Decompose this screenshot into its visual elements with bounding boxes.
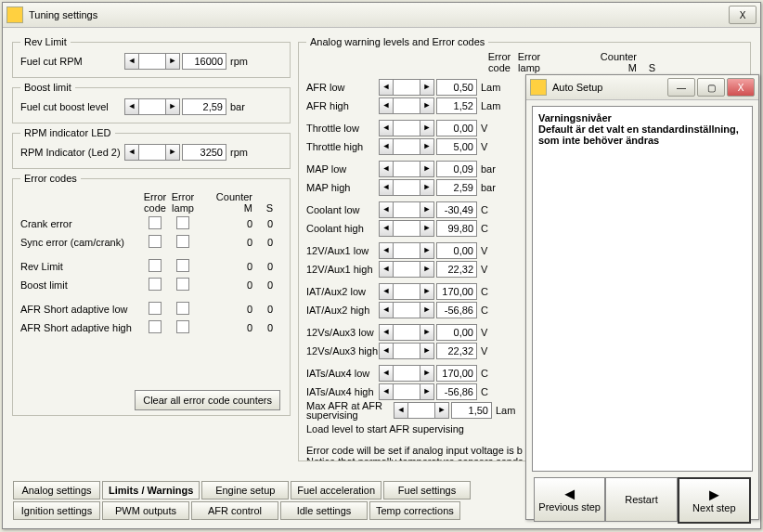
clear-error-codes-button[interactable]: Clear all error code counters bbox=[135, 390, 280, 410]
analog-value[interactable]: -56,86 bbox=[436, 302, 477, 318]
arrow-right-icon[interactable]: ► bbox=[420, 383, 434, 400]
error-code-checkbox[interactable] bbox=[149, 302, 162, 315]
arrow-right-icon[interactable]: ► bbox=[420, 302, 434, 318]
close-button[interactable]: X bbox=[729, 6, 757, 24]
arrow-left-icon[interactable]: ◄ bbox=[379, 161, 394, 177]
rpm-indicator-value[interactable]: 3250 bbox=[182, 144, 226, 161]
arrow-right-icon[interactable]: ► bbox=[420, 120, 434, 136]
arrow-left-icon[interactable]: ◄ bbox=[379, 343, 394, 359]
tab-fuel-settings[interactable]: Fuel settings bbox=[383, 481, 471, 500]
analog-spinner[interactable]: ◄► bbox=[379, 220, 434, 237]
arrow-left-icon[interactable]: ◄ bbox=[379, 283, 394, 300]
arrow-right-icon[interactable]: ► bbox=[420, 343, 434, 359]
arrow-right-icon[interactable]: ► bbox=[420, 161, 434, 177]
arrow-right-icon[interactable]: ► bbox=[434, 402, 449, 419]
error-code-checkbox[interactable] bbox=[149, 278, 162, 291]
arrow-left-icon[interactable]: ◄ bbox=[379, 179, 394, 196]
popup-close-button[interactable]: X bbox=[727, 78, 755, 97]
analog-spinner[interactable]: ◄► bbox=[379, 138, 434, 155]
arrow-right-icon[interactable]: ► bbox=[420, 220, 434, 237]
arrow-right-icon[interactable]: ► bbox=[420, 261, 434, 278]
analog-value[interactable]: 1,52 bbox=[436, 97, 477, 114]
analog-value[interactable]: 0,00 bbox=[436, 120, 477, 136]
arrow-right-icon[interactable]: ► bbox=[420, 324, 434, 341]
tab-analog-settings[interactable]: Analog settings bbox=[13, 481, 100, 500]
analog-value[interactable]: -30,49 bbox=[436, 201, 477, 218]
analog-value[interactable]: 0,50 bbox=[436, 79, 477, 96]
analog-value[interactable]: 99,80 bbox=[436, 220, 477, 237]
analog-spinner[interactable]: ◄► bbox=[379, 161, 434, 177]
arrow-left-icon[interactable]: ◄ bbox=[124, 144, 139, 161]
arrow-left-icon[interactable]: ◄ bbox=[379, 261, 394, 278]
popup-titlebar[interactable]: Auto Setup — ▢ X bbox=[526, 75, 758, 100]
error-lamp-checkbox[interactable] bbox=[176, 278, 189, 291]
max-afr-value[interactable]: 1,50 bbox=[451, 402, 492, 419]
arrow-right-icon[interactable]: ► bbox=[420, 138, 434, 155]
arrow-left-icon[interactable]: ◄ bbox=[379, 97, 394, 114]
arrow-left-icon[interactable]: ◄ bbox=[379, 201, 394, 218]
arrow-right-icon[interactable]: ► bbox=[420, 179, 434, 196]
analog-spinner[interactable]: ◄► bbox=[379, 179, 434, 196]
arrow-left-icon[interactable]: ◄ bbox=[124, 98, 139, 115]
analog-spinner[interactable]: ◄► bbox=[379, 242, 434, 259]
arrow-right-icon[interactable]: ► bbox=[420, 201, 434, 218]
analog-value[interactable]: 0,09 bbox=[436, 161, 477, 177]
arrow-left-icon[interactable]: ◄ bbox=[379, 302, 394, 318]
analog-value[interactable]: 0,00 bbox=[436, 324, 477, 341]
next-step-button[interactable]: ► Next step bbox=[678, 477, 751, 524]
minimize-button[interactable]: — bbox=[667, 78, 695, 97]
analog-value[interactable]: 22,32 bbox=[436, 343, 477, 359]
arrow-right-icon[interactable]: ► bbox=[420, 283, 434, 300]
tab-limits-warnings[interactable]: Limits / Warnings bbox=[102, 481, 200, 500]
error-lamp-checkbox[interactable] bbox=[176, 216, 189, 229]
arrow-left-icon[interactable]: ◄ bbox=[394, 402, 408, 419]
arrow-left-icon[interactable]: ◄ bbox=[379, 138, 394, 155]
arrow-left-icon[interactable]: ◄ bbox=[379, 220, 394, 237]
fuel-cut-boost-spinner[interactable]: ◄► bbox=[124, 98, 180, 115]
analog-spinner[interactable]: ◄► bbox=[379, 97, 434, 114]
tab-pwm-outputs[interactable]: PWM outputs bbox=[102, 501, 189, 520]
analog-spinner[interactable]: ◄► bbox=[379, 79, 434, 96]
arrow-right-icon[interactable]: ► bbox=[420, 365, 434, 382]
analog-value[interactable]: 0,00 bbox=[436, 242, 477, 259]
arrow-right-icon[interactable]: ► bbox=[420, 97, 434, 114]
analog-value[interactable]: 170,00 bbox=[436, 365, 477, 382]
analog-spinner[interactable]: ◄► bbox=[379, 343, 434, 359]
analog-spinner[interactable]: ◄► bbox=[379, 324, 434, 341]
analog-spinner[interactable]: ◄► bbox=[379, 201, 434, 218]
fuel-cut-boost-value[interactable]: 2,59 bbox=[182, 98, 226, 115]
arrow-right-icon[interactable]: ► bbox=[165, 98, 180, 115]
tab-temp-corrections[interactable]: Temp corrections bbox=[369, 501, 460, 520]
error-code-checkbox[interactable] bbox=[149, 320, 162, 333]
error-lamp-checkbox[interactable] bbox=[176, 259, 189, 272]
tab-fuel-acceleration[interactable]: Fuel acceleration bbox=[291, 481, 382, 500]
arrow-left-icon[interactable]: ◄ bbox=[379, 324, 394, 341]
previous-step-button[interactable]: ◄ Previous step bbox=[534, 477, 605, 522]
maximize-button[interactable]: ▢ bbox=[697, 78, 725, 97]
analog-value[interactable]: 170,00 bbox=[436, 283, 477, 300]
analog-value[interactable]: -56,86 bbox=[436, 383, 477, 400]
max-afr-spinner[interactable]: ◄► bbox=[394, 402, 449, 419]
tab-engine-setup[interactable]: Engine setup bbox=[201, 481, 289, 500]
analog-value[interactable]: 5,00 bbox=[436, 138, 477, 155]
analog-spinner[interactable]: ◄► bbox=[379, 365, 434, 382]
analog-value[interactable]: 2,59 bbox=[436, 179, 477, 196]
error-code-checkbox[interactable] bbox=[149, 259, 162, 272]
main-titlebar[interactable]: Tuning settings X bbox=[3, 3, 760, 28]
arrow-left-icon[interactable]: ◄ bbox=[379, 242, 394, 259]
arrow-left-icon[interactable]: ◄ bbox=[379, 365, 394, 382]
arrow-right-icon[interactable]: ► bbox=[165, 144, 180, 161]
error-lamp-checkbox[interactable] bbox=[176, 302, 189, 315]
restart-button[interactable]: Restart bbox=[605, 477, 677, 522]
analog-value[interactable]: 22,32 bbox=[436, 261, 477, 278]
fuel-cut-rpm-spinner[interactable]: ◄► bbox=[124, 53, 180, 70]
tab-idle-settings[interactable]: Idle settings bbox=[280, 501, 368, 520]
arrow-left-icon[interactable]: ◄ bbox=[379, 383, 394, 400]
arrow-left-icon[interactable]: ◄ bbox=[124, 53, 139, 70]
analog-spinner[interactable]: ◄► bbox=[379, 383, 434, 400]
analog-spinner[interactable]: ◄► bbox=[379, 120, 434, 136]
error-lamp-checkbox[interactable] bbox=[176, 235, 189, 248]
arrow-right-icon[interactable]: ► bbox=[420, 79, 434, 96]
error-code-checkbox[interactable] bbox=[149, 235, 162, 248]
tab-ignition-settings[interactable]: Ignition settings bbox=[13, 501, 100, 520]
